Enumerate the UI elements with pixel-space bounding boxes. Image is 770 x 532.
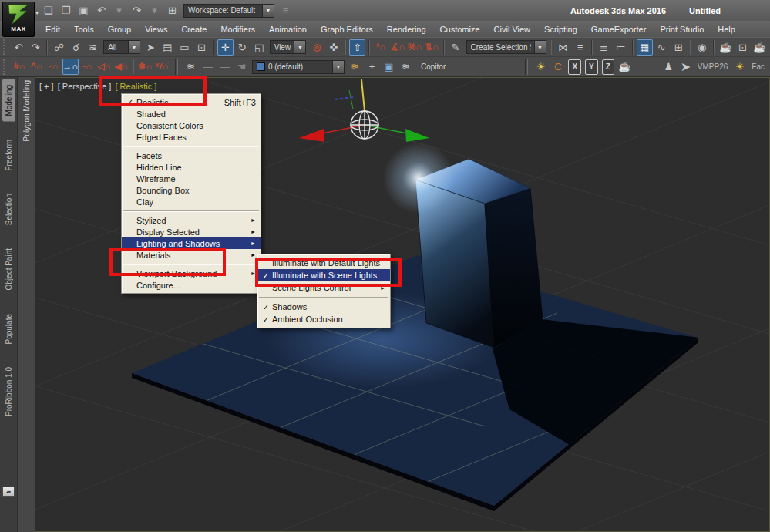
x-axis-button[interactable]: X: [568, 59, 581, 75]
menu-item-materials[interactable]: Materials►: [122, 249, 261, 261]
hand-icon[interactable]: ☚: [234, 59, 250, 75]
grid-points-snap-icon[interactable]: #∩: [12, 59, 28, 75]
ribbon-tab-selection[interactable]: Selection: [2, 188, 15, 231]
menu-help[interactable]: Help: [711, 25, 742, 34]
menu-civil-view[interactable]: Civil View: [487, 25, 537, 34]
submenu-item-scene-lights-control[interactable]: Scene Lights Control►: [257, 281, 390, 294]
toolbar-drag-handle[interactable]: [3, 39, 7, 55]
vertex-snap-icon[interactable]: ·∩: [45, 59, 62, 75]
frozen-toggle-icon[interactable]: —: [200, 59, 216, 75]
menu-animation[interactable]: Animation: [262, 25, 314, 34]
percent-snap-icon[interactable]: %∩: [407, 39, 423, 56]
edge-segment-snap-icon[interactable]: →∩: [62, 59, 79, 75]
ribbon-tab-object-paint[interactable]: Object Paint: [2, 243, 15, 295]
copitor-button[interactable]: Copitor: [415, 60, 452, 74]
z-axis-button[interactable]: Z: [602, 59, 614, 75]
mirror-icon[interactable]: ⋈: [555, 39, 571, 56]
spinner-snap-icon[interactable]: ⇅∩: [424, 39, 440, 56]
rectangular-selection-region-icon[interactable]: ▭: [177, 39, 193, 56]
menu-item-viewport-background[interactable]: Viewport Background►: [122, 268, 261, 279]
menu-item-clay[interactable]: Clay: [122, 196, 261, 207]
menu-item-hidden-line[interactable]: Hidden Line: [122, 161, 261, 173]
menu-item-edged-faces[interactable]: Edged Faces: [122, 131, 261, 143]
menu-item-configure[interactable]: Configure...: [122, 279, 261, 291]
application-menu-caret-icon[interactable]: ▾: [35, 9, 39, 16]
menu-gameexporter[interactable]: GameExporter: [584, 25, 654, 34]
pivot-snap-icon[interactable]: ^∩: [29, 59, 45, 75]
open-file-icon[interactable]: ❐: [58, 2, 74, 19]
menu-group[interactable]: Group: [101, 25, 139, 34]
material-editor-icon[interactable]: ◉: [694, 39, 710, 56]
select-and-manipulate-icon[interactable]: ✜: [325, 39, 341, 56]
unlink-selection-icon[interactable]: ☌: [68, 39, 84, 56]
schematic-view-icon[interactable]: ⊞: [671, 39, 687, 56]
viewport-shading-label[interactable]: [ Realistic ]: [115, 82, 156, 91]
menu-edit[interactable]: Edit: [39, 25, 67, 34]
create-new-layer-icon[interactable]: +: [364, 59, 380, 75]
dropdown-arrow-icon[interactable]: ▼: [332, 61, 344, 73]
menu-item-wireframe[interactable]: Wireframe: [122, 173, 261, 184]
align-icon[interactable]: ≡: [572, 39, 588, 56]
midpoint-snap-icon[interactable]: -∩: [79, 59, 96, 75]
scene-explorer-icon[interactable]: ≣: [596, 39, 612, 56]
menu-views[interactable]: Views: [138, 25, 174, 34]
reference-coordinate-system-dropdown[interactable]: View▼: [270, 40, 307, 54]
render-production-icon[interactable]: ☕: [752, 39, 768, 56]
select-and-move-icon[interactable]: ✛: [217, 39, 234, 56]
ribbon-tab-proribbon-1-0[interactable]: ProRibbon 1.0: [2, 362, 15, 422]
ribbon-tab-freeform[interactable]: Freeform: [2, 134, 15, 177]
menu-item-consistent-colors[interactable]: Consistent Colors: [122, 120, 261, 131]
undo-icon[interactable]: ↶: [93, 2, 109, 19]
workspace-menu-icon[interactable]: ≡: [277, 2, 294, 19]
toolbar-drag-handle[interactable]: [3, 59, 8, 75]
application-button[interactable]: MAX: [2, 2, 35, 37]
center-face-snap-icon[interactable]: ◀∩: [113, 59, 129, 75]
select-and-rotate-icon[interactable]: ↻: [234, 39, 251, 56]
submenu-item-shadows[interactable]: ✓Shadows: [257, 301, 390, 313]
submenu-item-illuminate-with-default-lights[interactable]: Illuminate with Default Lights: [257, 257, 390, 269]
ribbon-toggle-icon[interactable]: ▦: [637, 39, 653, 56]
redo-icon[interactable]: ↷: [129, 2, 145, 19]
ribbon-collapse-button[interactable]: ◂▪: [2, 487, 15, 497]
project-folder-icon[interactable]: ⊞: [164, 2, 180, 19]
undo-scene-icon[interactable]: ↶: [10, 39, 26, 56]
ribbon-tab-populate[interactable]: Populate: [2, 308, 15, 349]
y-axis-button[interactable]: Y: [585, 59, 598, 75]
ribbon-panel-label[interactable]: Polygon Modeling: [22, 80, 31, 142]
select-and-scale-icon[interactable]: ◱: [251, 39, 267, 56]
teapot-icon[interactable]: ☕: [617, 59, 633, 75]
light-lister-icon[interactable]: ☀: [533, 59, 549, 75]
menu-customize[interactable]: Customize: [433, 25, 487, 34]
submenu-item-illuminate-with-scene-lights[interactable]: ✓Illuminate with Scene Lights: [257, 269, 390, 281]
menu-item-bounding-box[interactable]: Bounding Box: [122, 184, 261, 196]
named-selection-sets-dropdown[interactable]: Create Selection Se▼: [466, 40, 546, 54]
walkthrough-icon[interactable]: ♟: [661, 59, 677, 75]
layer-explorer-icon[interactable]: ≔: [613, 39, 629, 56]
hidden-toggle-icon[interactable]: —: [217, 59, 233, 75]
menu-item-realistic[interactable]: ✓RealisticShift+F3: [122, 96, 261, 108]
select-by-name-icon[interactable]: ▤: [160, 39, 176, 56]
frozen-snap-icon[interactable]: ❄∩: [137, 59, 153, 75]
redo-dropdown-icon[interactable]: ▾: [146, 2, 163, 19]
menu-print-studio[interactable]: Print Studio: [653, 25, 711, 34]
menu-item-stylized[interactable]: Stylized►: [122, 214, 261, 226]
select-and-link-icon[interactable]: ☍: [51, 39, 67, 56]
face-snap-icon[interactable]: ◁∩: [96, 59, 113, 75]
menu-item-facets[interactable]: Facets: [122, 150, 261, 161]
select-object-icon[interactable]: ➤: [143, 39, 159, 56]
undo-dropdown-icon[interactable]: ▾: [111, 2, 127, 19]
menu-graph-editors[interactable]: Graph Editors: [314, 25, 380, 34]
snap-toggle-3d-icon[interactable]: ³∩: [373, 39, 389, 56]
dropdown-arrow-icon[interactable]: ▼: [294, 41, 305, 53]
angle-snap-icon[interactable]: ∡∩: [390, 39, 406, 56]
window-crossing-icon[interactable]: ⊡: [193, 39, 210, 56]
selection-filter-dropdown[interactable]: All▼: [103, 40, 140, 54]
dropdown-arrow-icon[interactable]: ▼: [534, 41, 546, 53]
redo-scene-icon[interactable]: ↷: [27, 39, 43, 56]
save-file-icon[interactable]: ▣: [76, 2, 92, 19]
submenu-item-ambient-occlusion[interactable]: ✓Ambient Occlusion: [257, 313, 390, 325]
dropdown-arrow-icon[interactable]: ▼: [262, 5, 274, 17]
menu-modifiers[interactable]: Modifiers: [214, 25, 262, 34]
rendered-frame-window-icon[interactable]: ⊡: [735, 39, 751, 56]
menu-item-display-selected[interactable]: Display Selected►: [122, 226, 261, 237]
